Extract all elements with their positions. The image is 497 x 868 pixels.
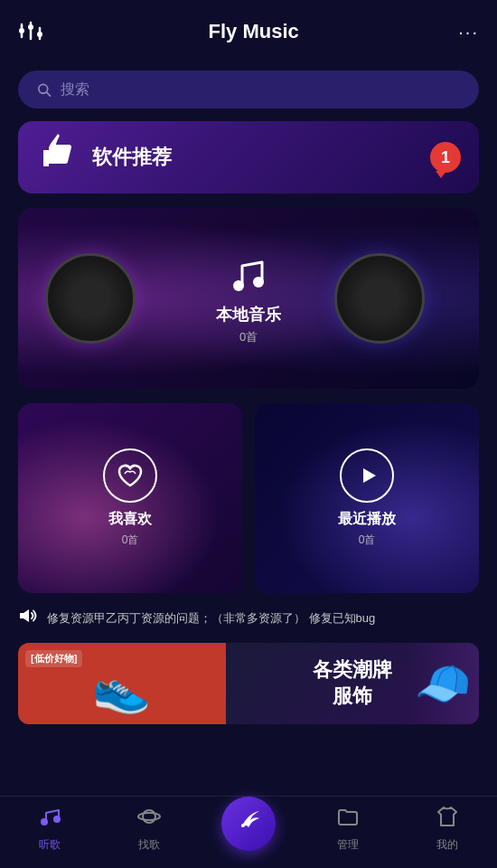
local-music-overlay: 本地音乐 0首 [18, 208, 479, 389]
equalizer-icon[interactable] [18, 16, 49, 47]
ad-title: 各类潮牌服饰 [313, 657, 392, 709]
music-note-icon [224, 251, 273, 304]
fly-logo-icon [234, 806, 263, 841]
svg-point-16 [138, 813, 160, 820]
ad-right: 各类潮牌服饰 🧢 [226, 643, 480, 724]
local-music-card[interactable]: 本地音乐 0首 [18, 208, 479, 389]
nav-listen[interactable]: 听歌 [0, 805, 99, 860]
favorites-count: 0首 [122, 533, 139, 548]
nav-listen-label: 听歌 [39, 837, 61, 853]
ticker-text: 修复资源甲乙丙丁资源的问题；（非常多资源了） 修复已知bug [47, 610, 375, 627]
svg-point-6 [37, 32, 42, 37]
person-image: 🧢 [407, 643, 479, 724]
ad-label: [低价好物] [25, 650, 82, 667]
svg-marker-12 [20, 609, 29, 622]
favorites-title: 我喜欢 [108, 510, 152, 529]
shoe-icon: 👟 [92, 661, 151, 716]
header: Fly Music ··· [0, 0, 497, 63]
app-title: Fly Music [209, 20, 299, 43]
music-note-nav-icon [38, 805, 61, 834]
favorites-overlay: 我喜欢 0首 [18, 403, 242, 593]
svg-marker-11 [363, 468, 376, 483]
recent-count: 0首 [359, 533, 376, 548]
svg-point-9 [233, 280, 244, 291]
nav-find[interactable]: 找歌 [99, 805, 199, 860]
planet-icon [137, 805, 161, 834]
nav-manage[interactable]: 管理 [298, 805, 398, 860]
nav-find-label: 找歌 [138, 837, 160, 853]
notification-badge: 1 [430, 142, 461, 173]
banner-title: 软件推荐 [92, 144, 430, 171]
nav-mine[interactable]: 我的 [398, 805, 497, 860]
more-button[interactable]: ··· [458, 22, 479, 42]
svg-point-2 [19, 28, 24, 33]
nav-center[interactable] [199, 797, 298, 869]
heart-icon [103, 448, 157, 503]
svg-point-14 [53, 816, 61, 823]
recent-overlay: 最近播放 0首 [255, 403, 479, 593]
svg-point-4 [28, 24, 33, 30]
recent-title: 最近播放 [338, 510, 396, 529]
recommendation-banner[interactable]: 软件推荐 1 [18, 121, 479, 193]
thumbs-up-icon [36, 130, 81, 185]
search-input[interactable] [61, 81, 461, 98]
search-icon [36, 81, 52, 98]
svg-point-10 [253, 277, 264, 288]
search-bar[interactable] [18, 71, 479, 108]
recent-play-card[interactable]: 最近播放 0首 [255, 403, 479, 593]
svg-line-8 [47, 92, 51, 96]
bottom-nav: 听歌 找歌 管理 [0, 796, 497, 868]
play-icon [340, 448, 394, 503]
svg-point-17 [241, 824, 245, 827]
ticker: 修复资源甲乙丙丁资源的问题；（非常多资源了） 修复已知bug [18, 606, 479, 630]
favorites-card[interactable]: 我喜欢 0首 [18, 403, 242, 593]
nav-manage-label: 管理 [337, 837, 359, 853]
nav-mine-label: 我的 [436, 837, 458, 853]
local-music-count: 0首 [239, 329, 258, 345]
folder-icon [336, 805, 360, 834]
ad-left: [低价好物] 👟 [18, 643, 226, 724]
center-logo-button[interactable] [221, 797, 276, 851]
local-music-title: 本地音乐 [216, 304, 281, 326]
cards-row: 我喜欢 0首 最近播放 0首 [18, 403, 479, 593]
ad-banner[interactable]: [低价好物] 👟 各类潮牌服饰 🧢 [18, 643, 479, 724]
volume-icon [18, 606, 38, 630]
svg-point-13 [41, 818, 48, 826]
shirt-icon [436, 805, 459, 834]
